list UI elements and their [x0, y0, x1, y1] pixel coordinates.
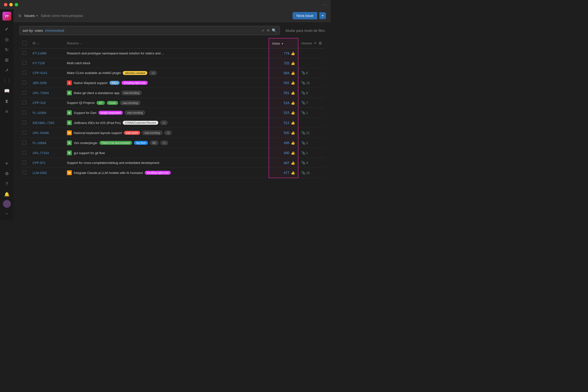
issue-id-link[interactable]: KT-11968 — [32, 52, 46, 55]
issue-tag[interactable]: M2 — [150, 141, 158, 145]
thumbs-up-icon[interactable]: 👍 — [291, 111, 295, 115]
issue-tag[interactable]: +1 — [160, 141, 168, 145]
search-x-icon[interactable]: ✕ — [266, 28, 270, 33]
nova-issue-dropdown-button[interactable]: ▾ — [319, 12, 326, 19]
sidebar-item-settings[interactable]: ⚙ — [2, 169, 12, 178]
sidebar-item-circle[interactable]: ◎ — [2, 35, 12, 44]
sidebar-item-refresh[interactable]: ↻ — [2, 45, 12, 54]
row-checkbox[interactable] — [22, 80, 26, 84]
thumbs-up-icon[interactable]: 👍 — [291, 101, 295, 105]
issue-tag[interactable]: was-trending — [125, 110, 145, 115]
nova-issue-button[interactable]: Nova issue — [292, 12, 317, 19]
issue-summary-cell: NSupport for Dartplugin-requestedwas-tre… — [64, 108, 269, 118]
sidebar-item-book[interactable]: 📖 — [2, 86, 12, 96]
th-summary[interactable]: Resumo ↕ — [64, 38, 269, 48]
issue-tag[interactable]: +1 — [160, 120, 168, 125]
issue-tag[interactable]: Fleet to be documented — [100, 141, 132, 145]
row-checkbox[interactable] — [22, 120, 26, 124]
row-checkbox[interactable] — [22, 70, 26, 74]
issue-id-link[interactable]: LLM-2402 — [32, 171, 47, 175]
table-settings-icon[interactable]: ⚙ — [318, 41, 322, 46]
user-avatar[interactable] — [3, 200, 11, 208]
issue-id-link[interactable]: CPP-4141 — [32, 71, 47, 75]
issue-id-link[interactable]: CPP-318 — [32, 101, 46, 104]
issue-id-link[interactable]: IJPL-54496 — [32, 131, 49, 135]
issue-tag[interactable]: QT — [96, 101, 104, 105]
issue-tag[interactable]: was-trending — [120, 101, 140, 105]
issue-id-link[interactable]: IDEABKL-7283 — [32, 121, 54, 125]
row-checkbox[interactable] — [22, 130, 26, 134]
issue-tag[interactable]: CLion — [107, 101, 118, 105]
th-checkbox[interactable] — [19, 38, 30, 48]
add-column-icon[interactable]: + — [314, 41, 316, 46]
row-checkbox[interactable] — [22, 100, 26, 104]
issue-id-link[interactable]: JBR-3206 — [32, 81, 47, 85]
thumbs-up-icon[interactable]: 👍 — [291, 81, 295, 85]
search-clear-icon[interactable]: ✓ — [262, 28, 264, 33]
issue-tag[interactable]: CHINA/Customer/Tencent — [123, 121, 158, 125]
sidebar-item-hourglass[interactable]: ⧗ — [2, 96, 12, 106]
th-votes[interactable]: Votos ▾ — [269, 38, 298, 48]
thumbs-up-icon[interactable]: 👍 — [291, 171, 295, 175]
issue-id-link[interactable]: FL-10664 — [32, 141, 46, 145]
issue-id-link[interactable]: IJPL-77243 — [32, 151, 49, 155]
issue-tag[interactable]: attention needed — [123, 71, 147, 75]
maximize-button[interactable] — [15, 3, 18, 6]
row-checkbox[interactable] — [22, 61, 26, 65]
row-checkbox-cell — [19, 158, 30, 168]
row-checkbox-cell — [19, 148, 30, 158]
close-button[interactable] — [4, 3, 7, 6]
thumbs-up-icon[interactable]: 👍 — [291, 71, 295, 75]
row-checkbox[interactable] — [22, 91, 26, 94]
thumbs-up-icon[interactable]: 👍 — [291, 131, 295, 135]
thumbs-up-icon[interactable]: 👍 — [291, 151, 295, 155]
header-title-issues[interactable]: Issues ▾ — [24, 14, 38, 18]
sidebar-item-stack[interactable]: ≡ — [2, 107, 12, 116]
issue-tag[interactable]: big fleet — [134, 141, 148, 145]
minimize-button[interactable] — [9, 3, 13, 6]
row-checkbox[interactable] — [22, 160, 26, 164]
select-all-checkbox[interactable] — [22, 41, 27, 45]
sidebar-item-bell[interactable]: 🔔 — [2, 190, 12, 199]
issue-tag[interactable]: IDEs — [110, 81, 120, 85]
issue-tag[interactable]: +2 — [149, 71, 157, 75]
th-id[interactable]: ID ↕ — [30, 38, 64, 48]
thumbs-up-icon[interactable]: 👍 — [291, 141, 295, 145]
sidebar-item-expand[interactable]: » — [2, 209, 12, 218]
search-magnify-icon[interactable]: 🔍 — [272, 28, 276, 33]
sidebar-item-chart[interactable]: ↗ — [2, 66, 12, 75]
sidebar-item-check[interactable]: ✓ — [2, 24, 12, 34]
sidebar-item-grid[interactable]: ⋮⋮ — [2, 76, 12, 85]
sidebar-item-layers[interactable]: ⊞ — [2, 55, 12, 65]
thumbs-up-icon[interactable]: 👍 — [291, 52, 295, 55]
sidebar-item-help[interactable]: ? — [2, 179, 12, 189]
row-checkbox[interactable] — [22, 51, 26, 55]
issue-summary-cell: MNational keyboard layouts supportpain-p… — [64, 128, 269, 138]
issue-id-link[interactable]: CPP-871 — [32, 161, 46, 165]
issue-tag[interactable]: was-trending — [142, 130, 162, 135]
expand-icon[interactable]: ⊞ — [18, 14, 21, 18]
save-search-link[interactable]: Salvar como nova pesquisa — [41, 14, 289, 18]
app-logo[interactable]: YT — [2, 12, 11, 20]
issue-tag[interactable]: pain-point — [124, 131, 140, 135]
issue-id-link[interactable]: KT-7128 — [32, 61, 44, 65]
thumbs-up-icon[interactable]: 👍 — [291, 161, 295, 165]
sidebar-item-add[interactable]: + — [2, 159, 12, 168]
row-checkbox[interactable] — [22, 110, 26, 114]
row-checkbox[interactable] — [22, 170, 26, 174]
issue-id-link[interactable]: FL-10369 — [32, 111, 46, 115]
filter-mode-link[interactable]: Mudar para modo de filtro — [286, 29, 325, 32]
thumbs-up-icon[interactable]: 👍 — [291, 121, 295, 125]
thumbs-up-icon[interactable]: 👍 — [291, 91, 295, 95]
thumbs-up-icon[interactable]: 👍 — [291, 61, 295, 65]
issue-id-link[interactable]: IJPL-72504 — [32, 91, 49, 95]
project-icon: M — [67, 170, 72, 175]
issue-tag[interactable]: was-trending — [121, 91, 142, 95]
row-checkbox[interactable] — [22, 151, 26, 154]
issue-tag[interactable]: +1 — [164, 130, 172, 135]
table-row: IJPL-77243Ngui support for git flow490👍📎… — [19, 148, 325, 158]
row-checkbox[interactable] — [22, 141, 26, 144]
issue-tag[interactable]: trending-right-now — [145, 171, 171, 175]
issue-tag[interactable]: plugin-requested — [98, 111, 123, 115]
issue-tag[interactable]: trending-right-now — [122, 81, 148, 85]
